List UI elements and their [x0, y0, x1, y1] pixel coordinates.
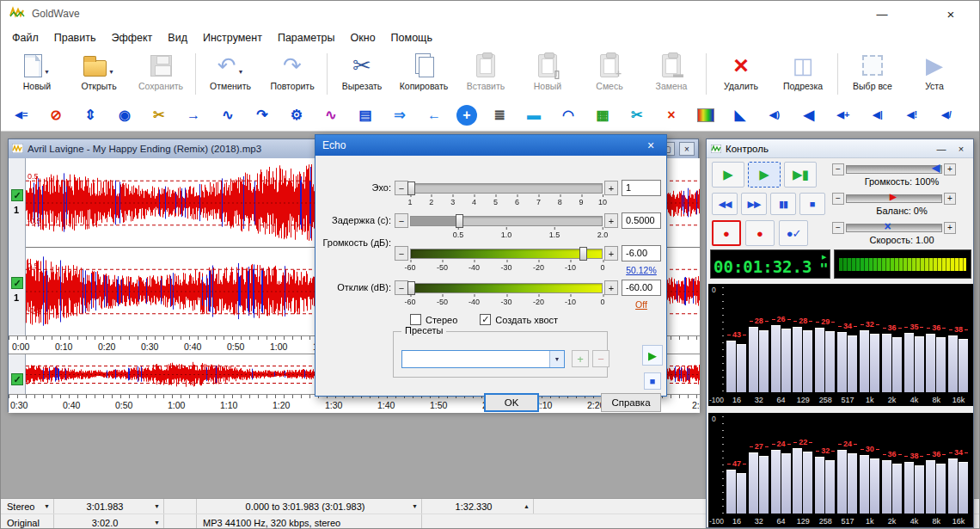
feedback-slider-thumb[interactable] [407, 281, 415, 295]
balance-slider[interactable]: ▶ [846, 194, 942, 203]
save-button[interactable]: Сохранить [130, 52, 192, 96]
speaker-bar-icon[interactable]: ◀| [866, 104, 890, 126]
dropdown-arrow-icon[interactable]: ▼ [44, 69, 50, 75]
volume-slider[interactable] [410, 249, 603, 259]
feedback-value[interactable]: -60.00 [622, 280, 661, 296]
feedback-plus-button[interactable]: + [604, 280, 618, 295]
play-all-button[interactable]: ▶▮ [784, 162, 817, 188]
menu-options[interactable]: Параметры [270, 27, 343, 49]
menu-view[interactable]: Вид [160, 27, 195, 49]
speaker-mute-icon[interactable]: ◀/ [934, 104, 959, 126]
mute-icon[interactable]: ⊘ [44, 104, 68, 126]
control-minimize-button[interactable]: — [934, 144, 949, 154]
delete-marker-icon[interactable]: × [659, 104, 683, 126]
status-spacer[interactable] [164, 499, 197, 514]
close-button[interactable]: × [933, 1, 969, 27]
preview-stop-button[interactable]: ■ [644, 372, 661, 390]
play-button[interactable]: ▶ [712, 162, 744, 188]
next-marker-icon[interactable]: ⇒ [388, 104, 412, 126]
speaker-loud-icon[interactable]: ◀) [763, 104, 787, 126]
fast-forward-button[interactable]: ▶▶ [741, 193, 767, 215]
echo-dialog-titlebar[interactable]: Echo × [315, 135, 666, 156]
gear-icon[interactable]: ⚙ [285, 104, 309, 126]
ok-button[interactable]: OK [484, 393, 539, 412]
cut-button[interactable]: ✂Вырезать [331, 52, 393, 96]
sine-wave-icon[interactable]: ∿ [216, 104, 240, 126]
dropdown-arrow-icon[interactable]: ▼ [237, 69, 243, 75]
speed-slider[interactable]: × [846, 224, 942, 232]
menu-help[interactable]: Помощь [383, 27, 440, 49]
record-selection-button[interactable]: ● [745, 220, 775, 246]
replace-button[interactable]: ▬Замена [640, 52, 702, 96]
color-grid-icon[interactable]: ▦ [591, 104, 615, 126]
volume-slider-thumb[interactable] [579, 247, 587, 261]
gradient-swatch-icon[interactable] [694, 104, 718, 126]
speed-slider-minus-button[interactable]: − [832, 222, 844, 234]
volume-link[interactable]: 50.12% [618, 265, 665, 275]
dropdown-arrow-icon[interactable]: ▼ [154, 520, 160, 526]
dropdown-arrow-icon[interactable]: ▼ [108, 69, 114, 75]
delay-plus-button[interactable]: + [604, 213, 618, 228]
status-file-format[interactable]: MP3 44100 Hz, 320 kbps, stereo [197, 514, 422, 529]
redo-button[interactable]: ↷Повторить [261, 52, 323, 96]
dropdown-arrow-icon[interactable]: ▼ [412, 503, 418, 509]
menu-tool[interactable]: Инструмент [195, 27, 270, 49]
left-channel-checkbox[interactable]: ✓ [11, 189, 23, 201]
help-button[interactable]: Справка [601, 393, 661, 412]
record-button[interactable]: ● [712, 220, 741, 246]
echo-slider-thumb[interactable] [407, 181, 415, 195]
undo-curve-icon[interactable]: ↷ [250, 104, 274, 126]
speaker-icon[interactable]: ◀ [797, 104, 821, 126]
mixer-sliders-icon[interactable]: ≣ [487, 104, 511, 126]
menu-edit[interactable]: Править [46, 27, 104, 49]
presets-combobox[interactable]: ▼ [401, 350, 565, 368]
control-window-titlebar[interactable]: Контроль — × [707, 139, 973, 158]
device-controls-icon[interactable]: ◀= [9, 104, 34, 126]
volume-plus-button[interactable]: + [604, 246, 618, 261]
volume-minus-button[interactable]: − [395, 246, 408, 261]
fit-vertical-icon[interactable]: ⇕ [78, 104, 102, 126]
minimize-button[interactable]: — [864, 1, 900, 27]
balance-slider-minus-button[interactable]: − [832, 193, 844, 205]
menu-file[interactable]: Файл [4, 27, 46, 49]
status-channel-mode[interactable]: Stereo▼ [1, 499, 54, 514]
delay-slider-thumb[interactable] [456, 214, 463, 228]
record-monitor-button[interactable]: ●✓ [779, 220, 808, 246]
preset-remove-button[interactable]: − [592, 350, 609, 367]
echo-close-button[interactable]: × [642, 138, 659, 152]
dropdown-arrow-icon[interactable]: ▼ [154, 503, 160, 509]
stereo-checkbox[interactable]: Стерео [410, 314, 457, 325]
time-ruler-overview[interactable]: 0:300:400:501:001:101:201:301:401:502:00… [9, 394, 700, 413]
preview-play-button[interactable]: ▶ [642, 345, 663, 366]
select-all-button[interactable]: Выбр все [842, 52, 903, 96]
prev-marker-icon[interactable]: ← [422, 104, 446, 126]
paste-arrow-icon[interactable]: → [181, 104, 205, 126]
trim-button[interactable]: ◫Подрезка [772, 52, 834, 96]
paste-button[interactable]: Вставить [455, 52, 517, 96]
arch-filter-icon[interactable]: ◠ [556, 104, 580, 126]
speaker-alert-icon[interactable]: ◀! [900, 104, 924, 126]
mix-button[interactable]: +Смесь [579, 52, 640, 96]
echo-plus-button[interactable]: + [604, 181, 618, 195]
balance-slider-thumb[interactable]: ▶ [890, 193, 897, 201]
status-zoom-preset[interactable]: Original [1, 514, 54, 529]
copy-button[interactable]: Копировать [393, 52, 455, 96]
delay-slider[interactable] [410, 216, 603, 226]
status-total-length[interactable]: 3:01.983▼ [54, 499, 164, 514]
preset-add-button[interactable]: + [572, 350, 589, 367]
delay-value[interactable]: 0.5000 [622, 212, 661, 229]
feedback-link[interactable]: Off [618, 299, 665, 310]
play-selection-button[interactable]: ▶ [748, 162, 781, 188]
sound-close-button[interactable]: × [679, 142, 695, 156]
speed-slider-plus-button[interactable]: + [944, 222, 956, 234]
feedback-minus-button[interactable]: − [395, 280, 408, 295]
rewind-button[interactable]: ◀◀ [712, 193, 738, 215]
status-spacer[interactable] [164, 514, 197, 529]
overview-channel-checkbox[interactable]: ✓ [11, 373, 23, 385]
speaker-add-icon[interactable]: ◀+ [831, 104, 855, 126]
open-button[interactable]: ▼Открыть [68, 52, 130, 96]
smooth-scissors-icon[interactable]: ✂ [625, 104, 649, 126]
menu-effect[interactable]: Эффект [103, 27, 160, 49]
corner-graph-icon[interactable]: ◣ [728, 104, 752, 126]
echo-minus-button[interactable]: − [395, 181, 408, 195]
